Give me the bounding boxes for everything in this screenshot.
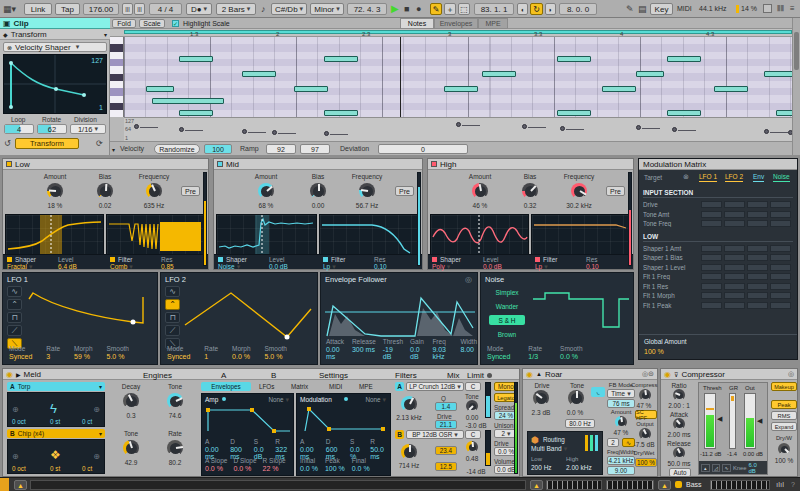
midi-note[interactable]	[146, 86, 174, 92]
param-value[interactable]: 0.0 %	[300, 465, 318, 472]
engine-a-decay-knob[interactable]	[123, 393, 139, 409]
arrangement-position[interactable]: 72. 4. 3	[347, 3, 387, 15]
device-high-header[interactable]: High	[428, 159, 633, 170]
tone-value[interactable]: 0.0 %	[559, 409, 591, 416]
engine-b-semi[interactable]: 0 st	[50, 465, 60, 472]
tone-a-value[interactable]: 74.6	[155, 412, 195, 419]
engine-a-semi[interactable]: 0 st	[50, 418, 60, 425]
velocity-marker[interactable]	[560, 126, 565, 131]
output-knob[interactable]	[639, 428, 651, 440]
matrix-cell[interactable]	[770, 254, 791, 261]
matrix-cell[interactable]	[701, 273, 722, 280]
velocity-shaper-display[interactable]: 127 1	[3, 54, 107, 114]
frequency-value[interactable]: 56.7 Hz	[342, 202, 392, 209]
bias-value[interactable]: 0.32	[510, 202, 550, 209]
zone-strip[interactable]	[30, 480, 526, 490]
filter-a-volume-value[interactable]: -3.0 dB	[459, 422, 493, 429]
redo-transform-icon[interactable]: ⟳	[96, 139, 103, 148]
noise-type-brown[interactable]: Brown	[489, 329, 525, 339]
draw-mode-icon[interactable]: ✎	[430, 3, 442, 15]
hot-swap-icon[interactable]: ◎⊜	[642, 370, 654, 378]
shaper-toggle[interactable]	[432, 257, 437, 262]
ratio-knob[interactable]	[673, 389, 685, 401]
midi-note[interactable]	[152, 98, 224, 104]
filter-toggle[interactable]	[535, 257, 540, 262]
mix-a-tone-knob[interactable]	[466, 400, 478, 412]
bias-knob[interactable]	[310, 183, 326, 199]
lane-chooser-icon[interactable]: ▾	[112, 146, 115, 153]
matrix-cell[interactable]	[747, 254, 768, 261]
peak-button[interactable]: Peak	[771, 400, 797, 409]
expand-icon[interactable]: ⊽	[674, 371, 678, 378]
xover-high-value[interactable]: 2.00 kHz	[566, 464, 592, 471]
tab-filters[interactable]: Filters	[395, 371, 417, 380]
frequency-value[interactable]: 635 Hz	[129, 202, 179, 209]
matrix-cell[interactable]	[770, 245, 791, 252]
noise-type-sample-hold[interactable]: S & H	[489, 315, 525, 325]
threshold-handle[interactable]: ◀	[717, 415, 722, 423]
res-value[interactable]: 0.85	[161, 263, 174, 270]
nudge-down-icon[interactable]: |||	[122, 3, 133, 15]
tab-engines[interactable]: Engines	[143, 371, 172, 380]
warning-icon[interactable]: ▲	[530, 480, 543, 490]
param-value[interactable]: Synced	[487, 353, 510, 360]
amount-knob[interactable]	[472, 183, 488, 199]
velocity-marker[interactable]	[134, 124, 139, 129]
velocity-marker[interactable]	[764, 129, 769, 134]
output-value[interactable]: 0.00 dB	[743, 451, 763, 457]
global-amount-value[interactable]: 100 %	[644, 348, 664, 355]
rotate-field[interactable]: 62	[37, 124, 67, 134]
matrix-cell[interactable]	[724, 211, 745, 218]
comp-drywet-knob[interactable]	[778, 443, 790, 455]
pre-button[interactable]: Pre	[606, 186, 625, 196]
mix-b-tone-value[interactable]: 0.48	[461, 455, 483, 462]
midi-note[interactable]	[714, 86, 748, 92]
loop-field[interactable]: 4	[4, 124, 34, 134]
track-name[interactable]: Bass	[686, 481, 702, 488]
sc-hpf-button[interactable]: SC HPF	[635, 410, 657, 419]
matrix-cell[interactable]	[701, 302, 722, 309]
midi-note[interactable]	[324, 56, 358, 62]
scale-root-select[interactable]: C#/Db	[271, 3, 307, 15]
midi-note[interactable]	[242, 71, 276, 77]
matrix-cell[interactable]	[701, 264, 722, 271]
amount-value[interactable]: 46 %	[460, 202, 500, 209]
frequency-knob[interactable]	[571, 183, 587, 199]
param-value[interactable]: 1/3	[528, 353, 542, 360]
tab-a[interactable]: A	[221, 371, 226, 380]
midi-note[interactable]	[602, 86, 636, 92]
matrix-col-noise[interactable]: Noise	[773, 173, 790, 182]
matrix-cell[interactable]	[770, 302, 791, 309]
tab-matrix[interactable]: Matrix	[291, 383, 308, 390]
midi-note[interactable]	[667, 56, 701, 62]
lfo1-waveform-display[interactable]	[25, 285, 155, 343]
clear-target-icon[interactable]: ⊗	[683, 173, 689, 181]
output-value[interactable]: -7.5 dB	[631, 441, 657, 448]
velocity-marker[interactable]	[636, 125, 641, 130]
param-value[interactable]: -19 dB	[383, 346, 403, 360]
fb-width-field[interactable]: 9.00	[607, 466, 635, 475]
wave-triangle-icon[interactable]: ⌃	[7, 299, 22, 310]
velocity-marker[interactable]	[672, 127, 677, 132]
meld-header[interactable]: ◉ ▶ Meld Engines A B Settings Filters Mi…	[3, 369, 519, 380]
filter-b-freq-knob[interactable]	[401, 444, 417, 460]
velocity-marker[interactable]	[456, 122, 461, 127]
filter-type-select[interactable]: Lp	[535, 263, 548, 271]
draw-icon[interactable]: ✎	[626, 2, 634, 15]
tab-envelopes[interactable]: Envelopes	[201, 382, 251, 391]
activity-view-icon[interactable]: ∿	[722, 464, 731, 472]
hot-swap-icon[interactable]: ◎	[788, 370, 794, 378]
filter-b-freq-value[interactable]: 714 Hz	[391, 462, 427, 469]
wave-ramp-up-icon[interactable]: ⟋	[7, 325, 22, 336]
midi-note[interactable]	[482, 71, 516, 77]
device-low-header[interactable]: Low	[3, 159, 208, 170]
mix-b-tone-knob[interactable]	[466, 441, 478, 453]
matrix-cell[interactable]	[724, 254, 745, 261]
matrix-col-lfo2[interactable]: LFO 2	[725, 173, 743, 182]
release-knob[interactable]	[673, 447, 685, 459]
tab-mpe[interactable]: MPE	[359, 383, 373, 390]
velocity-lane[interactable]: 127 64 1	[124, 117, 800, 141]
key-zone-strip[interactable]	[546, 480, 602, 490]
midi-map-label[interactable]: MIDI	[677, 2, 692, 15]
param-value[interactable]: 0.00 ms	[326, 346, 345, 360]
